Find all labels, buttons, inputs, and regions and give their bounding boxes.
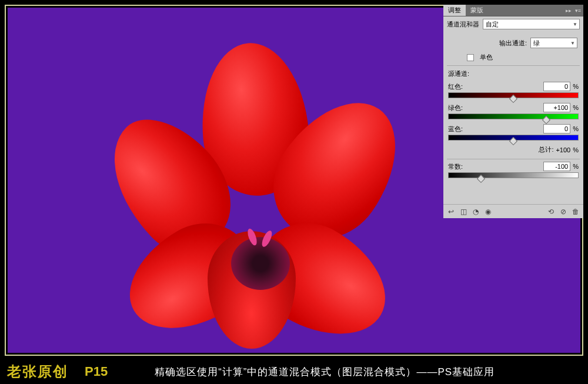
- panel-footer: ↩ ◫ ◔ ◉ ⟲ ⊘ 🗑: [443, 204, 583, 218]
- tab-masks[interactable]: 蒙版: [466, 5, 488, 16]
- red-value-input[interactable]: 0: [543, 82, 570, 91]
- output-channel-dropdown[interactable]: 绿: [530, 38, 577, 48]
- footer-bar: 老张原创 P15 精确选区使用“计算”中的通道混合模式（图层混合模式）——PS基…: [0, 359, 588, 384]
- preset-dropdown[interactable]: 自定: [483, 19, 580, 29]
- monochrome-label: 单色: [480, 53, 493, 62]
- pct-label: %: [573, 163, 579, 170]
- tab-adjustments[interactable]: 调整: [443, 5, 466, 16]
- return-arrow-icon[interactable]: ↩: [446, 206, 456, 217]
- clip-layer-icon[interactable]: ◔: [470, 206, 481, 217]
- red-label: 红色:: [448, 82, 543, 91]
- page-title: 精确选区使用“计算”中的通道混合模式（图层混合模式）——PS基础应用: [155, 365, 495, 379]
- total-value: +100: [556, 146, 570, 153]
- adjustments-panel: 调整 蒙版 ▸▸ ▾≡ 通道混和器 自定 输出通道: 绿 单色 源通道: 红色:…: [443, 5, 583, 218]
- reset-icon[interactable]: ⊘: [558, 206, 569, 217]
- monochrome-checkbox[interactable]: [467, 54, 474, 61]
- blue-label: 蓝色:: [448, 125, 543, 133]
- delete-icon[interactable]: 🗑: [570, 206, 581, 217]
- output-channel-label: 输出通道:: [499, 39, 527, 48]
- pct-label: %: [573, 83, 579, 90]
- page-number: P15: [85, 364, 108, 379]
- expand-view-icon[interactable]: ◫: [458, 206, 469, 217]
- panel-tabbar: 调整 蒙版 ▸▸ ▾≡: [443, 5, 583, 16]
- author-label: 老张原创: [7, 362, 68, 381]
- constant-label: 常数:: [448, 162, 543, 171]
- visibility-icon[interactable]: ◉: [483, 206, 493, 217]
- green-value-input[interactable]: +100: [543, 103, 570, 112]
- green-label: 绿色:: [448, 103, 543, 112]
- constant-slider[interactable]: [448, 172, 579, 179]
- pct-label: %: [573, 146, 579, 153]
- blue-value-input[interactable]: 0: [543, 124, 570, 133]
- previous-state-icon[interactable]: ⟲: [546, 206, 556, 217]
- pct-label: %: [573, 125, 579, 132]
- source-channels-label: 源通道:: [448, 70, 469, 77]
- red-slider[interactable]: [448, 92, 579, 99]
- panel-collapse-icon[interactable]: ▸▸: [564, 8, 573, 14]
- constant-value-input[interactable]: -100: [543, 162, 570, 171]
- panel-menu-icon[interactable]: ▾≡: [574, 8, 582, 14]
- blue-slider[interactable]: [448, 135, 579, 142]
- channel-mixer-label: 通道混和器: [447, 20, 479, 29]
- green-slider[interactable]: [448, 113, 579, 121]
- flower-image: [108, 43, 402, 349]
- pct-label: %: [573, 104, 579, 111]
- total-label: 总计:: [539, 145, 553, 154]
